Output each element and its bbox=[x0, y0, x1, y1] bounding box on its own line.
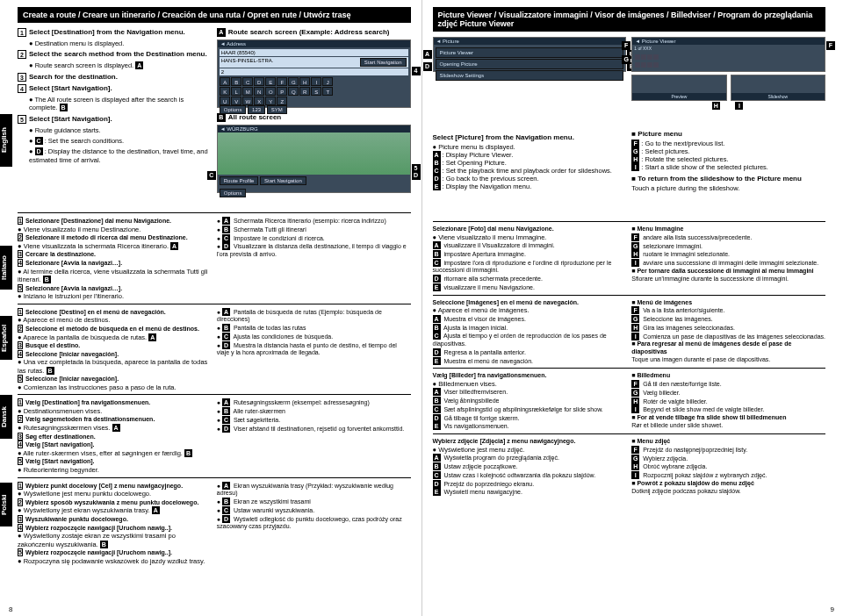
pm-heading: Picture menu bbox=[638, 130, 682, 138]
shotA-options[interactable]: Options bbox=[220, 105, 247, 114]
step2-sub: Route search screen is displayed. bbox=[35, 61, 134, 69]
lang-tab-pl: Polski bbox=[0, 483, 12, 526]
es-rB: Ajusta la imagen inicial. bbox=[443, 325, 508, 331]
pic-item-opening[interactable]: Opening Picture bbox=[436, 59, 624, 69]
pl-sel: Wybierz zdjęcie [Zdjęcia] z menu nawigac… bbox=[433, 438, 576, 444]
es-s1b: Aparece el menú de destinos. bbox=[23, 316, 110, 324]
es-s2: Seleccione el método de búsqueda en el m… bbox=[25, 326, 199, 332]
pl-D: Wyświetl odległość do punktu docelowego,… bbox=[217, 516, 402, 530]
it-selb: Viene visualizzato il menu Immagine. bbox=[438, 233, 546, 241]
sel-heading: Select [Picture] from the Navigation men… bbox=[433, 133, 627, 141]
en-rF: : Go to the next/previous list. bbox=[641, 140, 724, 147]
es-selb: Aparece el menú de imágenes. bbox=[438, 306, 530, 314]
pic-item-viewer[interactable]: Picture Viewer bbox=[436, 47, 624, 58]
shotA-sym[interactable]: SYM bbox=[267, 105, 287, 114]
es-D: Muestra la distancia hasta el punto de d… bbox=[217, 342, 397, 356]
step-1: 1 bbox=[18, 28, 26, 37]
pl-s5b: Rozpoczyna się podawanie wskazówek do ja… bbox=[24, 557, 205, 565]
it-rC: impostare l'ora di riproduzione e l'ordi… bbox=[433, 260, 612, 274]
shotA-123[interactable]: 123 bbox=[248, 105, 265, 114]
screenshot-B: ◄ WÜRZBURG Route Profile Start Navigatio… bbox=[217, 125, 411, 193]
ret-heading: To return from the slideshow to the Pict… bbox=[638, 175, 802, 183]
es-rA: Muestra el visor de imágenes. bbox=[443, 316, 525, 322]
da-C: Sæt søgekriteria. bbox=[234, 417, 280, 423]
da-rH: Rotér de valgte billeder. bbox=[643, 398, 708, 405]
pl-pm: Menu zdjęć bbox=[637, 438, 670, 444]
lang-tab-da: Dansk bbox=[0, 395, 12, 439]
keyboard[interactable]: ABCDEFGHIJ KLMNOPQRST UVWXYZ bbox=[220, 76, 408, 105]
it-ret: Per tornare dalla successione di immagin… bbox=[637, 268, 813, 274]
step5d: : Display the distance to the destinatio… bbox=[29, 147, 208, 163]
pl-s4b: Wyświetlony zostaje ekran ze wszystkimi … bbox=[18, 532, 176, 548]
shotB-options[interactable]: Options bbox=[220, 189, 247, 197]
shotB-title: WÜRZBURG bbox=[227, 126, 257, 132]
es-B: Pantalla de todas las rutas bbox=[234, 325, 306, 331]
en-rI: : Start a slide show of the selected pic… bbox=[641, 163, 768, 171]
left-title: Create a route / Creare un itinerario / … bbox=[18, 7, 411, 23]
shotA-line1: HAAR (85540) bbox=[220, 49, 408, 56]
it-s3: Cercare la destinazione. bbox=[25, 251, 96, 257]
es-rE: Muestra el menú de navegación. bbox=[443, 358, 533, 364]
step5-sub: Route guidance starts. bbox=[35, 126, 101, 134]
left-page: Create a route / Creare un itinerario / … bbox=[0, 0, 422, 616]
pl-s2b: Wyświetlony jest ekran wyszukiwania tras… bbox=[24, 506, 150, 514]
pl-rF: Przejdź do następnej/poprzedniej listy. bbox=[643, 447, 747, 453]
da-rF: Gå til den næste/forrige liste. bbox=[643, 381, 722, 387]
it-rE: visualizzare il menu Navigazione. bbox=[443, 284, 535, 290]
da-s1: Vælg [Destination] fra navigationsmenuen… bbox=[25, 399, 150, 405]
it-s1: Selezionare [Destinazione] dal menu Navi… bbox=[25, 218, 171, 224]
step5-text: Select [Start Navigation]. bbox=[29, 115, 112, 124]
da-s5b: Ruteorientering begynder. bbox=[24, 466, 99, 474]
es-rF: Va a la lista anterior/siguiente. bbox=[643, 307, 724, 313]
da-rE: Vis navigationsmenuen. bbox=[443, 423, 508, 429]
thumb-picture: ◄ Picture Picture Viewer Opening Picture… bbox=[433, 37, 627, 72]
pl-s5: Wybierz rozpoczęcie nawigacji [Uruchom n… bbox=[25, 549, 172, 555]
step4-text: Select [Start Navigation]. bbox=[29, 84, 112, 93]
it-rI: avviare una successione di immagini dell… bbox=[643, 260, 818, 266]
it-rH: ruotare le immagini selezionate. bbox=[643, 251, 730, 257]
es-rH: Gira las imágenes seleccionadas. bbox=[643, 325, 735, 331]
da-B: Alle ruter-skærmen bbox=[234, 408, 286, 414]
shotB-routeprofile[interactable]: Route Profile bbox=[220, 176, 259, 185]
pl-s2: Wybierz sposób wyszukiwania z menu punkt… bbox=[25, 499, 198, 505]
step3-text: Search for the destination. bbox=[29, 73, 118, 82]
step-3: 3 bbox=[18, 73, 26, 82]
es-rI: Comienza un pase de diapositivas de las … bbox=[643, 333, 825, 340]
screenshot-A: ◄ Address HAAR (85540) HANS-PINSEL-STRA.… bbox=[217, 39, 411, 108]
da-s3: Søg efter destinationen. bbox=[25, 433, 96, 440]
en-rC: : Set the playback time and playback ord… bbox=[443, 167, 612, 175]
pl-rG: Wybierz zdjęcia. bbox=[643, 455, 688, 462]
da-rA: Viser billedfremviseren. bbox=[443, 389, 508, 395]
step-4: 4 bbox=[18, 84, 26, 93]
pl-retb: Dotknij zdjęcie podczas pokazu slajdów. bbox=[631, 488, 825, 496]
pic-item-slideshow[interactable]: Slideshow Settings bbox=[436, 70, 624, 81]
pl-C: Ustaw warunki wyszukiwania. bbox=[234, 507, 314, 513]
pl-rC: Ustaw czas i kolejność odtwarzania dla p… bbox=[443, 472, 595, 478]
en-rA: : Display Picture Viewer. bbox=[443, 151, 514, 159]
pl-s3: Wyszukiwanie punktu docelowego. bbox=[25, 516, 128, 522]
lang-tab-it: Italiano bbox=[0, 246, 12, 290]
it-D: Visualizzare la distanza della destinazi… bbox=[217, 243, 407, 257]
it-rF: andare alla lista successiva/precedente. bbox=[643, 234, 752, 240]
step2-text: Select the search method from the Destin… bbox=[29, 50, 207, 59]
es-pm: Menú de imágenes bbox=[637, 299, 692, 305]
label-A: Route search screen (Example: Address se… bbox=[228, 28, 390, 36]
right-page: Picture Viewer / Visualizzatore immagini… bbox=[422, 0, 844, 616]
step1-text: Select [Destination] from the Navigation… bbox=[29, 28, 185, 37]
pl-rH: Obróć wybrane zdjęcia. bbox=[643, 463, 707, 469]
da-rD: Gå tilbage til forrige skærm. bbox=[443, 415, 519, 421]
shotB-startnav[interactable]: Start Navigation bbox=[260, 176, 306, 185]
step1-sub: Destination menu is displayed. bbox=[35, 39, 125, 47]
sel-sub: Picture menu is displayed. bbox=[438, 143, 515, 151]
shotA-startnav[interactable]: Start Navigation bbox=[360, 58, 407, 67]
thumb-picviewer: ◄ Picture Viewer 1 of XXX F F G bbox=[631, 37, 825, 72]
da-rG: Vælg billeder. bbox=[643, 390, 680, 396]
da-sel: Vælg [Billeder] fra navigationsmenuen. bbox=[433, 372, 547, 378]
it-rG: selezionare immagini. bbox=[643, 243, 702, 249]
shotA-line2: HANS-PINSEL-STRA. bbox=[221, 58, 274, 67]
step5c: : Set the search conditions. bbox=[45, 137, 124, 145]
it-retb: Sfiorare un'immagine durante la successi… bbox=[631, 276, 825, 283]
pl-rD: Przejdź do poprzedniego ekranu. bbox=[443, 481, 534, 487]
da-s1b: Destinationsmenuen vises. bbox=[24, 407, 103, 415]
da-selb: Billedmenuen vises. bbox=[438, 380, 497, 388]
